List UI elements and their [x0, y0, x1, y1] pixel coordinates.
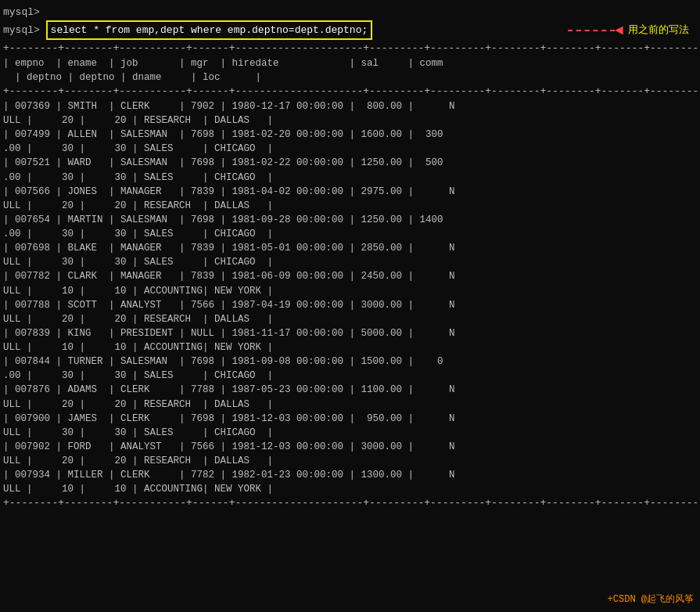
- table-row: | 007654 | MARTIN | SALESMAN | 7698 | 19…: [3, 213, 697, 227]
- table-row: ULL | 10 | 10 | ACCOUNTING| NEW YORK |: [3, 340, 697, 355]
- table-row: | 007844 | TURNER | SALESMAN | 7698 | 19…: [3, 355, 697, 369]
- table-row: | 007782 | CLARK | MANAGER | 7839 | 1981…: [3, 269, 697, 283]
- annotation-container: ◄ 用之前的写法: [568, 20, 689, 41]
- table-row: ULL | 20 | 20 | RESEARCH | DALLAS |: [3, 312, 697, 326]
- table-row: ULL | 20 | 20 | RESEARCH | DALLAS |: [3, 398, 697, 412]
- table-row: .00 | 30 | 30 | SALES | CHICAGO |: [3, 142, 697, 156]
- prompt-line-1: mysql>: [3, 5, 697, 20]
- arrow-line: ◄: [568, 20, 623, 41]
- table-row: ULL | 20 | 20 | RESEARCH | DALLAS |: [3, 113, 697, 128]
- table-row: ULL | 10 | 10 | ACCOUNTING| NEW YORK |: [3, 482, 697, 496]
- command-line: mysql> select * from emp,dept where emp.…: [3, 20, 697, 41]
- table-row: | 007566 | JONES | MANAGER | 7839 | 1981…: [3, 185, 697, 199]
- prompt-2: mysql>: [3, 23, 46, 38]
- table-row: ULL | 10 | 10 | ACCOUNTING| NEW YORK |: [3, 284, 697, 298]
- table-row: ULL | 30 | 30 | SALES | CHICAGO |: [3, 255, 697, 269]
- table-row: | 007876 | ADAMS | CLERK | 7788 | 1987-0…: [3, 383, 697, 397]
- separator-top: +--------+--------+-----------+------+--…: [3, 41, 697, 56]
- table-row: | 007499 | ALLEN | SALESMAN | 7698 | 198…: [3, 128, 697, 142]
- watermark: +CSDN @起飞的风筝: [608, 592, 694, 606]
- table-row: ULL | 20 | 20 | RESEARCH | DALLAS |: [3, 199, 697, 213]
- table-row: ULL | 20 | 20 | RESEARCH | DALLAS |: [3, 454, 697, 468]
- table-row: .00 | 30 | 30 | SALES | CHICAGO |: [3, 171, 697, 185]
- table-row: | 007788 | SCOTT | ANALYST | 7566 | 1987…: [3, 298, 697, 312]
- table-row: .00 | 30 | 30 | SALES | CHICAGO |: [3, 369, 697, 383]
- table-row: | 007934 | MILLER | CLERK | 7782 | 1982-…: [3, 468, 697, 482]
- annotation-text: 用之前的写法: [628, 23, 689, 38]
- separator-bottom: +--------+--------+-----------+------+--…: [3, 496, 697, 511]
- table-row: | 007521 | WARD | SALESMAN | 7698 | 1981…: [3, 156, 697, 170]
- table-row: | 007900 | JAMES | CLERK | 7698 | 1981-1…: [3, 412, 697, 426]
- table-row: | 007839 | KING | PRESIDENT | NULL | 198…: [3, 326, 697, 340]
- terminal: mysql> mysql> select * from emp,dept whe…: [0, 0, 700, 612]
- table-row: | 007698 | BLAKE | MANAGER | 7839 | 1981…: [3, 241, 697, 255]
- table-row: | 007369 | SMITH | CLERK | 7902 | 1980-1…: [3, 99, 697, 113]
- sql-command[interactable]: select * from emp,dept where emp.deptno=…: [46, 20, 373, 41]
- table-row: | 007902 | FORD | ANALYST | 7566 | 1981-…: [3, 440, 697, 454]
- separator-mid: +--------+--------+-----------+------+--…: [3, 85, 697, 99]
- table-row: ULL | 30 | 30 | SALES | CHICAGO |: [3, 426, 697, 440]
- header-row-2: | deptno | deptno | dname | loc |: [3, 70, 697, 85]
- header-row-1: | empno | ename | job | mgr | hiredate |…: [3, 56, 697, 70]
- table-row: .00 | 30 | 30 | SALES | CHICAGO |: [3, 227, 697, 241]
